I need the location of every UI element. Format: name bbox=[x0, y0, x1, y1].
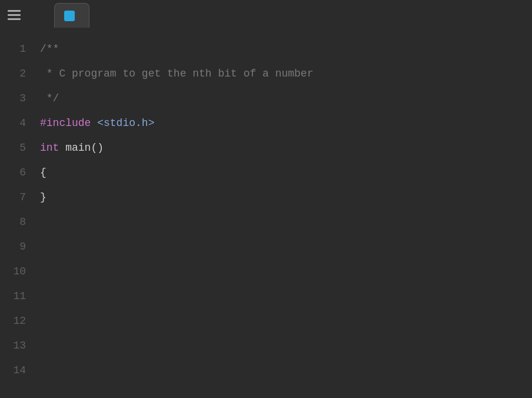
code-line-8[interactable]: { bbox=[40, 160, 532, 185]
line-number-4: 4 bbox=[9, 111, 26, 135]
line-number-11: 11 bbox=[9, 284, 26, 309]
c-language-icon bbox=[64, 11, 75, 21]
line-number-6: 6 bbox=[9, 160, 26, 185]
line-number-7: 7 bbox=[9, 185, 26, 210]
code-lines[interactable]: /** * C program to get the nth bit of a … bbox=[35, 37, 532, 392]
new-tab-button[interactable] bbox=[28, 7, 45, 24]
line-number-9: 9 bbox=[9, 234, 26, 259]
code-line-5[interactable]: #include <stdio.h> bbox=[40, 111, 532, 135]
line-number-12: 12 bbox=[9, 309, 26, 333]
code-line-14[interactable]: } bbox=[40, 185, 532, 210]
file-tab[interactable] bbox=[54, 3, 89, 28]
line-number-14: 14 bbox=[9, 358, 26, 383]
svg-rect-2 bbox=[8, 18, 21, 20]
editor-area: 1234567891011121314 /** * C program to g… bbox=[0, 31, 532, 398]
line-numbers: 1234567891011121314 bbox=[0, 37, 35, 392]
svg-rect-0 bbox=[8, 10, 21, 12]
code-line-2[interactable]: * C program to get the nth bit of a numb… bbox=[40, 61, 532, 86]
line-number-13: 13 bbox=[9, 333, 26, 358]
line-number-8: 8 bbox=[9, 210, 26, 234]
line-number-3: 3 bbox=[9, 86, 26, 111]
code-line-3[interactable]: */ bbox=[40, 86, 532, 111]
line-number-2: 2 bbox=[9, 61, 26, 86]
line-number-10: 10 bbox=[9, 259, 26, 284]
line-number-5: 5 bbox=[9, 135, 26, 160]
line-number-1: 1 bbox=[9, 37, 26, 61]
code-line-7[interactable]: int main() bbox=[40, 135, 532, 160]
title-bar bbox=[0, 0, 532, 31]
sidebar-toggle-icon[interactable] bbox=[5, 6, 24, 25]
code-line-1[interactable]: /** bbox=[40, 37, 532, 61]
svg-rect-1 bbox=[8, 14, 21, 16]
